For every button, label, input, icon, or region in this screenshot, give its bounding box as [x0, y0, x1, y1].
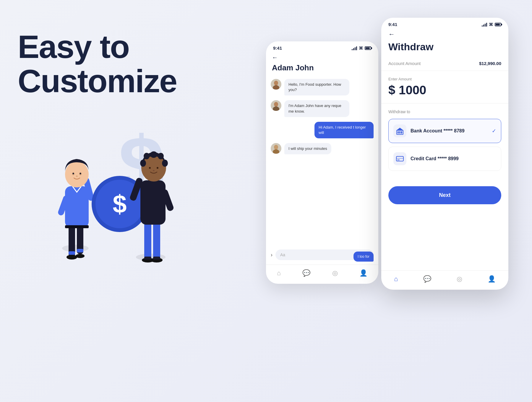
svg-rect-55 [397, 160, 400, 160]
battery-icon [365, 46, 371, 50]
svg-point-36 [149, 167, 151, 169]
svg-point-35 [158, 153, 164, 159]
nav-chat-icon[interactable]: 💬 [302, 269, 310, 277]
svg-point-15 [80, 173, 81, 174]
list-item: I'm Adam John have any reque me know. [271, 100, 374, 117]
next-button[interactable]: Next [388, 186, 501, 204]
svg-point-3 [66, 255, 77, 260]
nav-globe-icon[interactable]: ◎ [457, 275, 462, 283]
account-amount-label: Account Amount [388, 61, 421, 66]
account-amount-value: $12,990.00 [479, 61, 501, 66]
front-bottom-nav: ⌂ 💬 ◎ 👤 [381, 270, 508, 290]
svg-point-40 [274, 81, 278, 85]
front-status-bar: 9:41 ⌘ [381, 18, 508, 29]
back-arrow-icon[interactable]: ← [272, 54, 372, 61]
enter-amount-label: Enter Amount [388, 77, 501, 81]
credit-card-option[interactable]: Credit Card ***** 8999 [388, 147, 501, 171]
svg-marker-52 [396, 128, 403, 130]
nav-home-icon[interactable]: ⌂ [277, 269, 281, 277]
svg-point-46 [274, 145, 278, 150]
back-status-time: 9:41 [273, 46, 282, 51]
withdraw-to-label: Withdraw to [388, 109, 501, 114]
list-item: I will ship your minutes [271, 143, 374, 154]
headline: Easy to Customize [18, 30, 225, 98]
enter-amount-value[interactable]: $ 1000 [388, 83, 501, 97]
list-item: Hello, I'm Food supporter. How you? [271, 79, 374, 95]
credit-card-name: Credit Card ***** 8999 [411, 156, 496, 161]
svg-rect-21 [144, 222, 151, 260]
left-section: Easy to Customize [18, 30, 225, 98]
avatar [271, 100, 281, 111]
people-illustration: $ [18, 112, 242, 278]
svg-point-4 [76, 254, 85, 258]
wifi-icon: ⌘ [489, 22, 493, 27]
avatar [271, 143, 281, 154]
illustration: $ [18, 112, 242, 278]
back-header: ← Adam John [266, 53, 378, 76]
withdraw-to-section: Withdraw to Bank Account ***** 8789 ✓ [381, 103, 508, 180]
svg-rect-5 [69, 251, 75, 255]
card-icon [393, 152, 406, 165]
own-chat-bubble: Hi Adam, I received t longer will [314, 122, 374, 138]
headline-line2: Customize [18, 64, 225, 98]
back-bottom-nav: ⌂ 💬 ◎ 👤 [266, 265, 378, 284]
chat-messages: Hello, I'm Food supporter. How you? I'm … [266, 76, 378, 157]
front-back-arrow-icon[interactable]: ← [388, 30, 501, 38]
phones-container: 9:41 ⌘ ← Adam John [266, 18, 508, 319]
svg-rect-22 [153, 222, 160, 260]
svg-rect-51 [401, 131, 402, 134]
phone-front: 9:41 ⌘ ← Withdraw Account Amount [381, 18, 508, 290]
svg-point-34 [150, 151, 157, 158]
svg-rect-50 [399, 131, 400, 134]
svg-point-43 [274, 102, 278, 107]
back-status-icons: ⌘ [352, 46, 371, 51]
svg-point-31 [140, 160, 146, 167]
signal-icon [352, 46, 357, 50]
svg-rect-49 [398, 131, 399, 134]
svg-point-38 [153, 170, 155, 171]
chat-name: Adam John [272, 63, 372, 72]
svg-rect-54 [396, 158, 403, 159]
bank-icon [393, 124, 406, 137]
send-arrow-icon: › [271, 252, 273, 258]
svg-point-11 [65, 161, 89, 187]
svg-rect-6 [77, 249, 83, 252]
nav-person-icon[interactable]: 👤 [488, 275, 496, 283]
wifi-icon: ⌘ [359, 46, 363, 51]
nav-person-icon[interactable]: 👤 [359, 269, 367, 277]
svg-point-33 [144, 153, 150, 159]
chat-bubble: I'm Adam John have any reque me know. [284, 100, 349, 117]
svg-rect-27 [140, 180, 166, 225]
account-amount-row: Account Amount $12,990.00 [381, 56, 508, 71]
svg-text:$: $ [113, 190, 126, 218]
front-status-icons: ⌘ [482, 22, 501, 27]
svg-point-37 [157, 167, 158, 169]
bank-account-name: Bank Account ***** 8789 [411, 128, 488, 134]
headline-line1: Easy to [18, 30, 225, 64]
bank-account-option[interactable]: Bank Account ***** 8789 ✓ [388, 119, 501, 143]
list-item: Hi Adam, I received t longer will [271, 122, 374, 138]
svg-point-14 [73, 173, 74, 174]
withdraw-title: Withdraw [388, 41, 501, 53]
check-icon: ✓ [492, 128, 496, 134]
svg-rect-26 [153, 257, 160, 260]
svg-point-0 [62, 245, 89, 252]
battery-icon [495, 23, 501, 26]
enter-amount-section: Enter Amount $ 1000 [381, 71, 508, 103]
front-status-time: 9:41 [388, 22, 397, 27]
svg-point-16 [76, 176, 78, 177]
svg-rect-10 [65, 225, 89, 228]
nav-home-icon[interactable]: ⌂ [394, 275, 398, 283]
chat-bubble: I will ship your minutes [284, 143, 331, 154]
nav-globe-icon[interactable]: ◎ [332, 269, 338, 277]
signal-icon [482, 22, 487, 27]
front-header: ← Withdraw [381, 29, 508, 56]
avatar [271, 79, 281, 90]
nav-chat-icon[interactable]: 💬 [423, 275, 431, 283]
phone-back: 9:41 ⌘ ← Adam John [266, 41, 378, 284]
svg-point-32 [162, 160, 168, 167]
back-status-bar: 9:41 ⌘ [266, 41, 378, 53]
bottom-own-bubble: I loo for [353, 252, 374, 262]
svg-rect-25 [144, 257, 151, 260]
chat-bubble: Hello, I'm Food supporter. How you? [284, 79, 349, 95]
